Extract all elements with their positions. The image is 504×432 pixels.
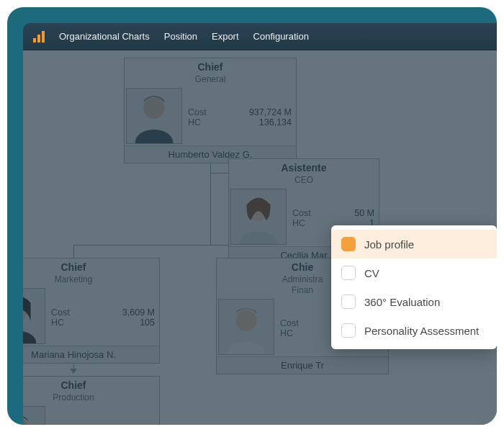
node-metrics: Cost937,724 M HC136,134 [184,86,296,145]
node-dept: General [126,74,294,85]
menu-item-label: 360° Evaluation [364,296,440,308]
node-role: Chief [126,61,294,74]
avatar [218,299,274,355]
menu-item-label: Job profile [364,238,414,251]
checkbox-icon [341,237,356,251]
svg-point-1 [143,97,164,118]
node-name: Mariana Hinojosa N. [23,346,159,363]
nav-configuration[interactable]: Configuration [253,31,309,42]
node-role: Asistente [230,162,377,175]
node-metrics: Cost3,609 M HC105 [47,287,159,346]
logo-icon [33,31,45,42]
avatar [126,88,182,144]
connector-line [210,173,211,245]
menu-item-job-profile[interactable]: Job profile [331,230,497,258]
top-nav: Organizational Charts Position Export Co… [23,23,497,50]
node-name: Enrique Tr [217,356,388,374]
menu-item-label: CV [364,267,379,279]
context-menu: Job profile CV 360° Evaluation Personali… [331,225,497,349]
node-title: Chief Marketing [23,258,159,287]
app-frame: Organizational Charts Position Export Co… [7,7,497,425]
checkbox-icon [341,266,356,280]
org-node-ceo[interactable]: Chief General Cost937,724 M HC136,134 Hu… [124,58,297,163]
avatar [23,406,45,426]
node-role: Chief [23,379,158,392]
nav-position[interactable]: Position [164,31,197,42]
node-title: Asistente CEO [229,159,379,187]
node-dept: Production [23,392,158,403]
node-metrics: Cost95,035 M HC7,623 [47,405,159,426]
svg-point-7 [235,310,256,330]
org-node-marketing[interactable]: Chief Marketing Cost3,609 M HC105 Marian… [23,258,160,364]
menu-item-label: Personality Assessment [364,325,479,337]
menu-item-cv[interactable]: CV [331,258,497,287]
checkbox-icon [341,294,356,309]
arrow-down-icon [70,369,77,374]
connector-line [73,245,74,258]
org-node-production[interactable]: Chief Production Cost95,035 M HC7,623 [23,376,160,425]
node-title: Chief General [125,58,296,86]
node-dept: Marketing [23,274,158,285]
node-title: Chief Production [23,377,159,405]
nav-org-charts[interactable]: Organizational Charts [59,31,150,42]
menu-item-360-evaluation[interactable]: 360° Evaluation [331,287,497,316]
avatar [23,288,45,344]
node-dept: CEO [230,175,377,186]
nav-export[interactable]: Export [212,31,239,42]
checkbox-icon [341,323,356,338]
avatar [230,189,287,245]
menu-item-personality-assessment[interactable]: Personality Assessment [331,316,497,345]
node-role: Chief [23,261,158,274]
app-window: Organizational Charts Position Export Co… [23,23,497,425]
